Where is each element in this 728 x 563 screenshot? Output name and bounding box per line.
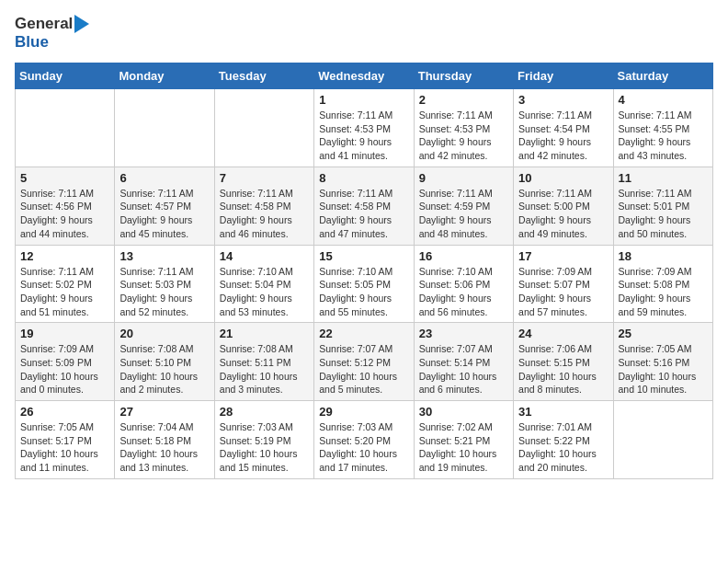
day-number: 7 [220,171,309,185]
day-info: Sunrise: 7:11 AM Sunset: 4:58 PM Dayligh… [220,187,309,241]
day-number: 15 [319,249,408,263]
day-info: Sunrise: 7:11 AM Sunset: 5:01 PM Dayligh… [619,187,708,241]
day-number: 10 [518,171,608,185]
calendar-cell: 29Sunrise: 7:03 AM Sunset: 5:20 PM Dayli… [314,401,414,479]
header-friday: Friday [514,63,613,89]
calendar-cell: 13Sunrise: 7:11 AM Sunset: 5:03 PM Dayli… [115,245,214,323]
calendar-cell: 26Sunrise: 7:05 AM Sunset: 5:17 PM Dayli… [16,401,115,479]
day-number: 26 [20,405,109,419]
calendar-cell: 9Sunrise: 7:11 AM Sunset: 4:59 PM Daylig… [414,167,513,245]
calendar-cell: 11Sunrise: 7:11 AM Sunset: 5:01 PM Dayli… [613,167,712,245]
day-number: 30 [419,405,508,419]
day-number: 25 [619,327,708,340]
day-info: Sunrise: 7:09 AM Sunset: 5:08 PM Dayligh… [619,265,708,319]
calendar-cell: 7Sunrise: 7:11 AM Sunset: 4:58 PM Daylig… [214,167,313,245]
calendar-cell: 19Sunrise: 7:09 AM Sunset: 5:09 PM Dayli… [16,323,115,401]
calendar-cell [115,89,214,167]
day-info: Sunrise: 7:11 AM Sunset: 4:53 PM Dayligh… [419,109,508,163]
day-info: Sunrise: 7:11 AM Sunset: 4:57 PM Dayligh… [119,187,209,241]
day-info: Sunrise: 7:05 AM Sunset: 5:17 PM Dayligh… [20,420,109,475]
day-info: Sunrise: 7:11 AM Sunset: 5:00 PM Dayligh… [518,187,608,241]
day-info: Sunrise: 7:07 AM Sunset: 5:14 PM Dayligh… [419,342,508,396]
header-monday: Monday [115,63,214,89]
calendar-cell: 2Sunrise: 7:11 AM Sunset: 4:53 PM Daylig… [414,89,513,167]
calendar-cell: 16Sunrise: 7:10 AM Sunset: 5:06 PM Dayli… [414,245,513,323]
day-number: 29 [319,405,408,419]
header-tuesday: Tuesday [214,63,313,89]
calendar-cell [613,401,712,479]
calendar-cell: 14Sunrise: 7:10 AM Sunset: 5:04 PM Dayli… [214,245,313,323]
calendar-body: 1Sunrise: 7:11 AM Sunset: 4:53 PM Daylig… [16,89,713,479]
day-info: Sunrise: 7:11 AM Sunset: 4:58 PM Dayligh… [319,187,408,241]
day-info: Sunrise: 7:03 AM Sunset: 5:19 PM Dayligh… [220,420,309,475]
day-info: Sunrise: 7:08 AM Sunset: 5:11 PM Dayligh… [220,342,309,396]
logo: General Blue [15,15,89,52]
day-info: Sunrise: 7:11 AM Sunset: 5:02 PM Dayligh… [20,265,109,319]
day-number: 4 [619,93,708,107]
day-info: Sunrise: 7:02 AM Sunset: 5:21 PM Dayligh… [419,420,508,475]
calendar-cell: 18Sunrise: 7:09 AM Sunset: 5:08 PM Dayli… [613,245,712,323]
day-number: 22 [319,327,408,340]
day-info: Sunrise: 7:11 AM Sunset: 5:03 PM Dayligh… [119,265,209,319]
day-number: 13 [119,249,209,263]
day-number: 16 [419,249,508,263]
day-number: 11 [619,171,708,185]
calendar-cell: 24Sunrise: 7:06 AM Sunset: 5:15 PM Dayli… [514,323,613,401]
day-info: Sunrise: 7:07 AM Sunset: 5:12 PM Dayligh… [319,342,408,396]
day-number: 27 [119,405,209,419]
calendar-cell: 15Sunrise: 7:10 AM Sunset: 5:05 PM Dayli… [314,245,414,323]
calendar-cell: 28Sunrise: 7:03 AM Sunset: 5:19 PM Dayli… [214,401,313,479]
calendar-week-3: 12Sunrise: 7:11 AM Sunset: 5:02 PM Dayli… [16,245,713,323]
day-number: 23 [419,327,508,340]
day-info: Sunrise: 7:04 AM Sunset: 5:18 PM Dayligh… [119,420,209,475]
calendar-cell: 27Sunrise: 7:04 AM Sunset: 5:18 PM Dayli… [115,401,214,479]
day-info: Sunrise: 7:09 AM Sunset: 5:07 PM Dayligh… [518,265,608,319]
calendar-week-5: 26Sunrise: 7:05 AM Sunset: 5:17 PM Dayli… [16,401,713,479]
calendar-cell [214,89,313,167]
logo-arrow-icon [74,15,89,33]
day-info: Sunrise: 7:11 AM Sunset: 4:59 PM Dayligh… [419,187,508,241]
day-info: Sunrise: 7:08 AM Sunset: 5:10 PM Dayligh… [119,342,209,396]
calendar-cell: 31Sunrise: 7:01 AM Sunset: 5:22 PM Dayli… [514,401,613,479]
day-info: Sunrise: 7:01 AM Sunset: 5:22 PM Dayligh… [518,420,608,475]
calendar-cell: 6Sunrise: 7:11 AM Sunset: 4:57 PM Daylig… [115,167,214,245]
day-number: 6 [119,171,209,185]
calendar-cell: 30Sunrise: 7:02 AM Sunset: 5:21 PM Dayli… [414,401,513,479]
day-info: Sunrise: 7:11 AM Sunset: 4:54 PM Dayligh… [518,109,608,163]
calendar-cell: 4Sunrise: 7:11 AM Sunset: 4:55 PM Daylig… [613,89,712,167]
header-wednesday: Wednesday [314,63,414,89]
day-number: 3 [518,93,608,107]
day-number: 20 [119,327,209,340]
calendar-cell: 8Sunrise: 7:11 AM Sunset: 4:58 PM Daylig… [314,167,414,245]
day-info: Sunrise: 7:11 AM Sunset: 4:56 PM Dayligh… [20,187,109,241]
day-number: 17 [518,249,608,263]
calendar-cell: 20Sunrise: 7:08 AM Sunset: 5:10 PM Dayli… [115,323,214,401]
day-number: 31 [518,405,608,419]
calendar-cell: 17Sunrise: 7:09 AM Sunset: 5:07 PM Dayli… [514,245,613,323]
calendar-cell: 25Sunrise: 7:05 AM Sunset: 5:16 PM Dayli… [613,323,712,401]
calendar-week-2: 5Sunrise: 7:11 AM Sunset: 4:56 PM Daylig… [16,167,713,245]
day-info: Sunrise: 7:05 AM Sunset: 5:16 PM Dayligh… [619,342,708,396]
day-info: Sunrise: 7:03 AM Sunset: 5:20 PM Dayligh… [319,420,408,475]
calendar-cell: 1Sunrise: 7:11 AM Sunset: 4:53 PM Daylig… [314,89,414,167]
day-number: 1 [319,93,408,107]
day-number: 18 [619,249,708,263]
day-number: 2 [419,93,508,107]
day-number: 19 [20,327,109,340]
day-number: 28 [220,405,309,419]
day-info: Sunrise: 7:10 AM Sunset: 5:05 PM Dayligh… [319,265,408,319]
calendar-cell: 12Sunrise: 7:11 AM Sunset: 5:02 PM Dayli… [16,245,115,323]
calendar-cell: 23Sunrise: 7:07 AM Sunset: 5:14 PM Dayli… [414,323,513,401]
logo-blue: Blue [15,33,49,51]
calendar-week-1: 1Sunrise: 7:11 AM Sunset: 4:53 PM Daylig… [16,89,713,167]
day-number: 21 [220,327,309,340]
day-number: 14 [220,249,309,263]
day-number: 9 [419,171,508,185]
header-thursday: Thursday [414,63,513,89]
calendar-cell: 22Sunrise: 7:07 AM Sunset: 5:12 PM Dayli… [314,323,414,401]
calendar-cell: 10Sunrise: 7:11 AM Sunset: 5:00 PM Dayli… [514,167,613,245]
day-info: Sunrise: 7:09 AM Sunset: 5:09 PM Dayligh… [20,342,109,396]
calendar-header-row: SundayMondayTuesdayWednesdayThursdayFrid… [16,63,713,89]
day-info: Sunrise: 7:11 AM Sunset: 4:55 PM Dayligh… [619,109,708,163]
logo-general: General [15,15,73,33]
